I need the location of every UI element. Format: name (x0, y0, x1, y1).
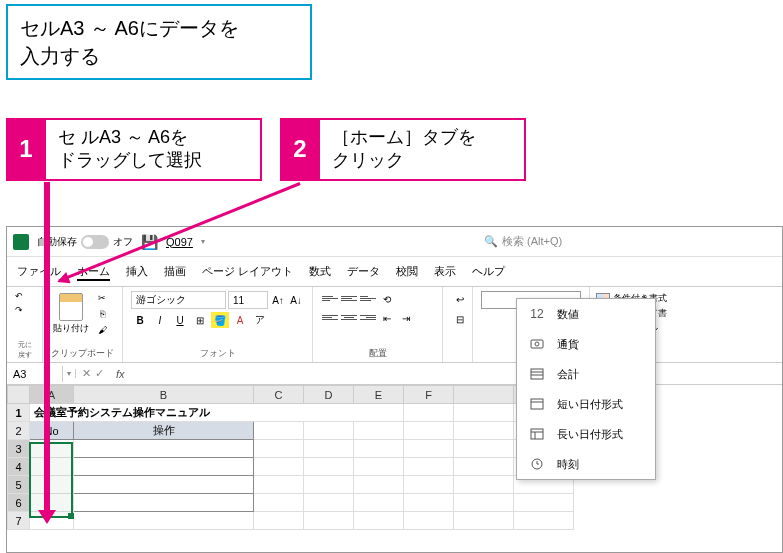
svg-rect-5 (531, 399, 543, 409)
undo-icon[interactable]: ↶ (15, 291, 23, 301)
enter-formula-icon[interactable]: ✓ (95, 367, 104, 380)
font-color-button[interactable]: A (231, 312, 249, 328)
col-header-E[interactable]: E (354, 386, 404, 404)
tab-view[interactable]: 表示 (432, 261, 458, 282)
name-box-arrow-icon[interactable]: ▾ (63, 369, 76, 378)
border-button[interactable]: ⊞ (191, 312, 209, 328)
cell-A5[interactable] (30, 476, 74, 494)
cell-C2[interactable] (254, 422, 304, 440)
col-header-gap[interactable] (454, 386, 514, 404)
num-format-short-date-label: 短い日付形式 (557, 397, 623, 412)
tab-insert[interactable]: 挿入 (124, 261, 150, 282)
num-format-currency[interactable]: 通貨 (517, 329, 655, 359)
cell-A3[interactable] (30, 440, 74, 458)
cell-F1[interactable] (404, 404, 454, 422)
group-clipboard-label: クリップボード (51, 347, 114, 360)
num-format-accounting[interactable]: 会計 (517, 359, 655, 389)
bold-button[interactable]: B (131, 312, 149, 328)
redo-icon[interactable]: ↷ (15, 305, 23, 315)
name-box[interactable]: A3 (7, 366, 63, 382)
indent-decrease-icon[interactable]: ⇤ (378, 310, 396, 326)
paste-button[interactable]: 貼り付け (51, 291, 91, 337)
cell-A4[interactable] (30, 458, 74, 476)
cell-B3[interactable] (74, 440, 254, 458)
group-align-label: 配置 (321, 347, 434, 360)
cell-B4[interactable] (74, 458, 254, 476)
step-1-text: セ ルA3 ～ A6を ドラッグして選択 (46, 118, 262, 181)
cell-A6[interactable] (30, 494, 74, 512)
select-all-corner[interactable] (8, 386, 30, 404)
svg-rect-7 (531, 429, 543, 439)
col-header-A[interactable]: A (30, 386, 74, 404)
col-header-B[interactable]: B (74, 386, 254, 404)
underline-button[interactable]: U (171, 312, 189, 328)
fill-color-button[interactable]: 🪣 (211, 312, 229, 328)
number-format-popup: 12 数値 通貨 会計 短い日付形式 長い日付形式 時刻 (516, 298, 656, 480)
decrease-font-icon[interactable]: A↓ (288, 292, 304, 308)
toggle-icon[interactable] (81, 235, 109, 249)
format-painter-icon[interactable]: 🖌 (95, 323, 109, 337)
autosave-toggle[interactable]: 自動保存 オフ (37, 235, 133, 249)
step1-arrow (44, 182, 50, 512)
indent-increase-icon[interactable]: ⇥ (397, 310, 415, 326)
italic-button[interactable]: I (151, 312, 169, 328)
align-bottom-icon[interactable] (359, 291, 377, 305)
phonetic-button[interactable]: ア (251, 312, 269, 328)
merge-icon[interactable]: ⊟ (451, 311, 469, 327)
col-header-D[interactable]: D (304, 386, 354, 404)
cell-A1[interactable]: 会議室予約システム操作マニュアル (30, 404, 404, 422)
accounting-icon (527, 365, 547, 383)
cell-B5[interactable] (74, 476, 254, 494)
paste-icon (59, 293, 83, 321)
step-2: 2 ［ホーム］タブを クリック (280, 118, 526, 181)
col-header-F[interactable]: F (404, 386, 454, 404)
tab-help[interactable]: ヘルプ (470, 261, 507, 282)
align-center-icon[interactable] (340, 310, 358, 324)
num-format-long-date[interactable]: 長い日付形式 (517, 419, 655, 449)
tab-review[interactable]: 校閲 (394, 261, 420, 282)
ribbon: ↶ ↷ 元に戻す 貼り付け ✂ ⎘ 🖌 クリップボード (7, 287, 782, 363)
number-icon: 12 (527, 305, 547, 323)
group-undo: ↶ ↷ 元に戻す (7, 287, 43, 362)
tab-data[interactable]: データ (345, 261, 382, 282)
num-format-number[interactable]: 12 数値 (517, 299, 655, 329)
num-format-time[interactable]: 時刻 (517, 449, 655, 479)
fx-icon[interactable]: fx (110, 368, 131, 380)
row-header-2[interactable]: 2 (8, 422, 30, 440)
long-date-icon (527, 425, 547, 443)
increase-font-icon[interactable]: A↑ (270, 292, 286, 308)
short-date-icon (527, 395, 547, 413)
font-size-select[interactable] (228, 291, 268, 309)
row-header-1[interactable]: 1 (8, 404, 30, 422)
time-icon (527, 455, 547, 473)
row-header-3[interactable]: 3 (8, 440, 30, 458)
row-header-5[interactable]: 5 (8, 476, 30, 494)
tab-draw[interactable]: 描画 (162, 261, 188, 282)
row-header-4[interactable]: 4 (8, 458, 30, 476)
cut-icon[interactable]: ✂ (95, 291, 109, 305)
tab-pagelayout[interactable]: ページ レイアウト (200, 261, 295, 282)
num-format-short-date[interactable]: 短い日付形式 (517, 389, 655, 419)
orientation-icon[interactable]: ⟲ (378, 291, 396, 307)
cell-B6[interactable] (74, 494, 254, 512)
cell-A2[interactable]: No (30, 422, 74, 440)
search-box[interactable]: 🔍 検索 (Alt+Q) (476, 231, 656, 252)
search-placeholder: 検索 (Alt+Q) (502, 234, 562, 249)
tab-formulas[interactable]: 数式 (307, 261, 333, 282)
align-top-icon[interactable] (321, 291, 339, 305)
row-header-7[interactable]: 7 (8, 512, 30, 530)
formula-bar-row: A3 ▾ ✕ ✓ fx (7, 363, 782, 385)
align-left-icon[interactable] (321, 310, 339, 324)
font-name-select[interactable] (131, 291, 226, 309)
wrap-text-icon[interactable]: ↩ (451, 291, 469, 307)
col-header-C[interactable]: C (254, 386, 304, 404)
row-header-6[interactable]: 6 (8, 494, 30, 512)
copy-icon[interactable]: ⎘ (95, 307, 109, 321)
cell-B2[interactable]: 操作 (74, 422, 254, 440)
step-1: 1 セ ルA3 ～ A6を ドラッグして選択 (6, 118, 262, 181)
align-right-icon[interactable] (359, 310, 377, 324)
spreadsheet-grid[interactable]: A B C D E F J 1 会議室予約システム操作マニュアル 2 No 操作 (7, 385, 782, 530)
cancel-formula-icon[interactable]: ✕ (82, 367, 91, 380)
group-clipboard: 貼り付け ✂ ⎘ 🖌 クリップボード (43, 287, 123, 362)
align-middle-icon[interactable] (340, 291, 358, 305)
